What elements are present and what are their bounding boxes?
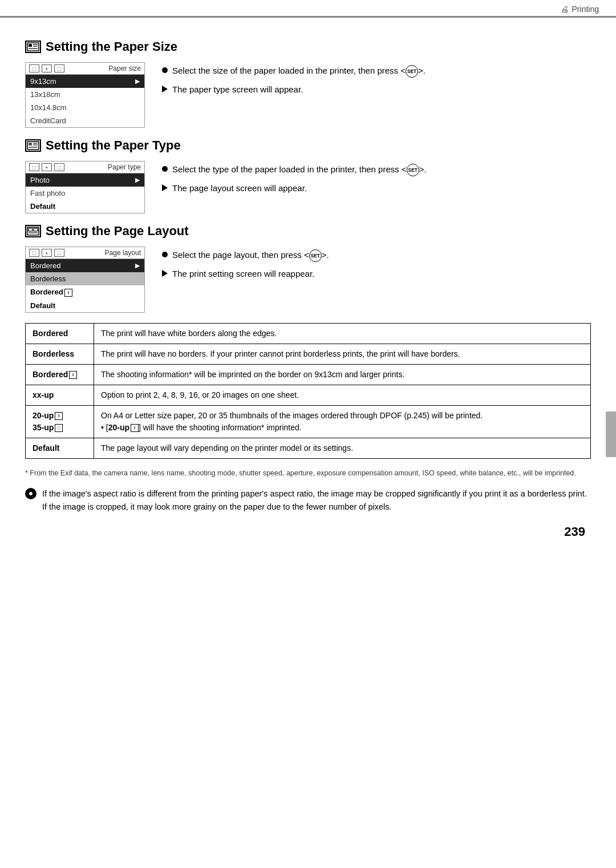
svg-rect-6: [29, 143, 32, 146]
footnote: * From the Exif data, the camera name, l…: [25, 468, 591, 479]
section1-instr2-text: The paper type screen will appear.: [172, 83, 303, 96]
set-button2: SET: [407, 164, 419, 176]
table-term-20up: 20-upi35-up□: [26, 405, 94, 438]
info-table: Bordered The print will have white borde…: [25, 323, 591, 459]
section2-block: ⬚ ▪ ⬚ Paper type Photo ▶ Fast photo Defa…: [25, 161, 591, 213]
screen2-icon2: ▪: [42, 163, 52, 171]
section1-instructions: Select the size of the paper loaded in t…: [162, 62, 591, 128]
screen1-label: Paper size: [108, 64, 141, 72]
page-number: 239: [25, 524, 591, 539]
table-def-bordered-i: The shooting information* will be imprin…: [94, 364, 591, 385]
section3-instr2: The print setting screen will reappear.: [162, 268, 591, 280]
warning-text: If the image's aspect ratio is different…: [42, 487, 591, 513]
section2-title: Setting the Paper Type: [46, 138, 181, 153]
set-button1: SET: [406, 65, 418, 78]
arrow2: [162, 184, 168, 191]
table-row-20up: 20-upi35-up□ On A4 or Letter size paper,…: [26, 405, 591, 438]
screen2-row3: Default: [26, 200, 144, 213]
svg-rect-1: [29, 44, 32, 47]
screen3-tick: ▶: [135, 262, 140, 269]
section2-instr2-text: The page layout screen will appear.: [172, 182, 307, 195]
table-row-default: Default The page layout will vary depend…: [26, 438, 591, 458]
section3-icon: [25, 225, 41, 237]
section3-block: ⬚ ▪ ⬚ Page layout Bordered ▶ Borderless …: [25, 247, 591, 313]
screen3-row2: Borderless: [26, 272, 144, 285]
screen3-icon1: ⬚: [29, 249, 39, 257]
section1-heading: Setting the Paper Size: [25, 39, 591, 54]
section2-icon: [25, 139, 41, 152]
screen2-label: Paper type: [108, 163, 141, 171]
header-text: Printing: [572, 5, 599, 14]
section2-instr1: Select the type of the paper loaded in t…: [162, 163, 591, 176]
arrow1: [162, 86, 168, 92]
table-row-bordered-i: Borderedi The shooting information* will…: [26, 364, 591, 385]
bullet2: [162, 166, 168, 172]
section3-heading: Setting the Page Layout: [25, 224, 591, 239]
screen3-row1: Bordered ▶: [26, 259, 144, 272]
print-icon: 🖨: [561, 5, 569, 14]
svg-rect-11: [29, 228, 33, 231]
table-def-xxup: Option to print 2, 4, 8, 9, 16, or 20 im…: [94, 385, 591, 405]
screen3-topbar: ⬚ ▪ ⬚ Page layout: [26, 247, 144, 259]
header-title: 🖨 Printing: [561, 5, 599, 14]
arrow3: [162, 270, 168, 277]
scroll-tab[interactable]: [606, 411, 616, 457]
table-row-borderless: Borderless The print will have no border…: [26, 344, 591, 364]
section1-block: ⬚ ▪ ⬚ Paper size 9x13cm ▶ 13x18cm 10x14.…: [25, 62, 591, 128]
section2-heading: Setting the Paper Type: [25, 138, 591, 153]
table-term-bordered-i: Borderedi: [26, 364, 94, 385]
screen1-icon3: ⬚: [54, 64, 64, 72]
table-term-borderless: Borderless: [26, 344, 94, 364]
screen1-icon2: ▪: [42, 64, 52, 72]
screen3-label: Page layout: [105, 249, 141, 257]
section3-instr1: Select the page layout, then press <SET>…: [162, 249, 591, 262]
screen1-row3: 10x14.8cm: [26, 101, 144, 114]
screen1-row4: CreditCard: [26, 114, 144, 127]
table-row-xxup: xx-up Option to print 2, 4, 8, 9, 16, or…: [26, 385, 591, 405]
screen1-panel: ⬚ ▪ ⬚ Paper size 9x13cm ▶ 13x18cm 10x14.…: [25, 62, 145, 128]
screen1-topbar: ⬚ ▪ ⬚ Paper size: [26, 63, 144, 75]
section3-title: Setting the Page Layout: [46, 224, 189, 239]
screen3-icon2: ▪: [42, 249, 52, 257]
table-def-default: The page layout will vary depending on t…: [94, 438, 591, 458]
table-inline-icon: i: [131, 424, 139, 432]
screen3-icon3: ⬚: [54, 249, 64, 257]
table-info-icon: i: [69, 371, 77, 379]
info-icon-bordered: i: [64, 289, 72, 297]
table-row-bordered: Bordered The print will have white borde…: [26, 323, 591, 344]
warning-box: ● If the image's aspect ratio is differe…: [25, 487, 591, 513]
svg-rect-12: [34, 228, 38, 231]
screen1-tick: ▶: [135, 78, 140, 85]
table-def-bordered: The print will have white borders along …: [94, 323, 591, 344]
set-button3: SET: [309, 249, 322, 262]
section2-instr2: The page layout screen will appear.: [162, 182, 591, 195]
bullet3: [162, 252, 168, 257]
screen2-row1: Photo ▶: [26, 173, 144, 187]
table-term-bordered: Bordered: [26, 323, 94, 344]
section2-instructions: Select the type of the paper loaded in t…: [162, 161, 591, 213]
screen2-tick: ▶: [135, 176, 140, 184]
screen2-topbar: ⬚ ▪ ⬚ Paper type: [26, 162, 144, 173]
warning-icon: ●: [25, 488, 37, 499]
screen3-panel: ⬚ ▪ ⬚ Page layout Bordered ▶ Borderless …: [25, 247, 145, 313]
section3-instructions: Select the page layout, then press <SET>…: [162, 247, 591, 313]
table-term-xxup: xx-up: [26, 385, 94, 405]
section1-instr2: The paper type screen will appear.: [162, 83, 591, 96]
screen2-icon3: ⬚: [54, 163, 64, 171]
screen3-row3: Borderedi: [26, 285, 144, 299]
table-def-20up: On A4 or Letter size paper, 20 or 35 thu…: [94, 405, 591, 438]
screen1-icon1: ⬚: [29, 64, 39, 72]
header-bar: 🖨 Printing: [0, 0, 616, 18]
screen1-row1: 9x13cm ▶: [26, 75, 144, 88]
screen1-row2: 13x18cm: [26, 88, 144, 101]
section3-instr2-text: The print setting screen will reappear.: [172, 268, 314, 280]
main-content: Setting the Paper Size ⬚ ▪ ⬚ Paper size …: [0, 23, 616, 556]
bullet1: [162, 67, 168, 73]
section1-title: Setting the Paper Size: [46, 39, 177, 54]
screen2-panel: ⬚ ▪ ⬚ Paper type Photo ▶ Fast photo Defa…: [25, 161, 145, 213]
section1-instr1: Select the size of the paper loaded in t…: [162, 64, 591, 78]
screen3-row4: Default: [26, 299, 144, 312]
table-info-icon-35: □: [55, 424, 63, 432]
table-info-icon-20: i: [55, 412, 63, 420]
section1-icon: [25, 41, 41, 53]
